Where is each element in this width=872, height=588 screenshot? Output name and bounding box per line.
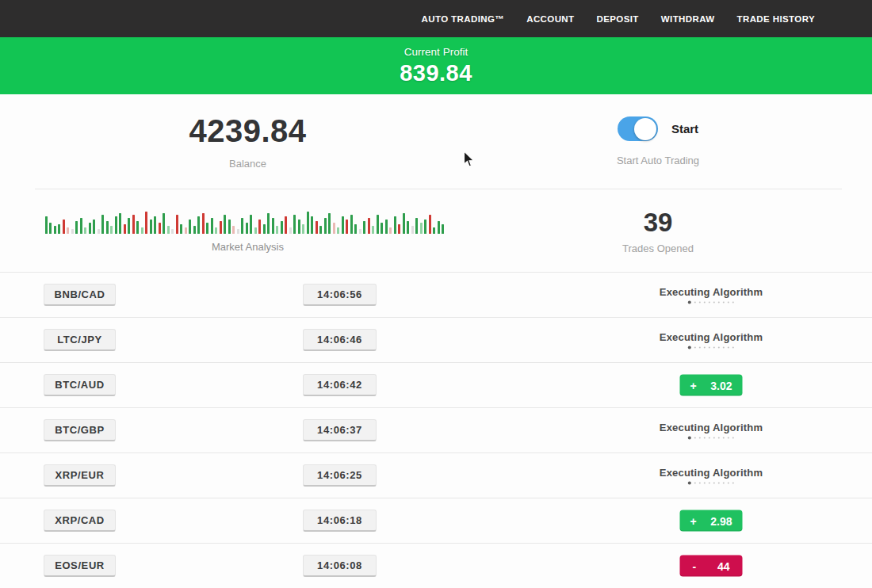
nav-account[interactable]: ACCOUNT <box>526 14 574 24</box>
pair-chip: BTC/AUD <box>44 374 116 396</box>
balance-section: 4239.84 Balance Start Start Auto Trading <box>0 94 872 189</box>
current-profit-banner: Current Profit 839.84 <box>0 37 872 94</box>
executing-algorithm-label: Executing Algorithm <box>660 286 763 298</box>
market-analysis-chart <box>45 208 451 234</box>
trade-row-xrp-eur: XRP/EUR 14:06:25 Executing Algorithm <box>0 453 872 498</box>
time-chip: 14:06:42 <box>303 374 377 396</box>
trade-status: Executing Algorithm <box>660 422 763 440</box>
badge-sign: + <box>690 514 697 527</box>
current-profit-value: 839.84 <box>400 60 472 86</box>
trade-row-btc-gbp: BTC/GBP 14:06:37 Executing Algorithm <box>0 408 872 453</box>
profit-badge: + 2.98 <box>680 510 743 532</box>
nav-auto-trading[interactable]: AUTO TRADING™ <box>422 14 505 24</box>
pair-chip: XRP/CAD <box>44 510 116 532</box>
current-profit-label: Current Profit <box>404 46 468 58</box>
pair-chip: BTC/GBP <box>44 419 116 441</box>
badge-sign: - <box>693 559 697 572</box>
trade-status: + 3.02 <box>680 375 743 396</box>
trade-row-ltc-jpy: LTC/JPY 14:06:46 Executing Algorithm <box>0 318 872 363</box>
trade-row-btc-aud: BTC/AUD 14:06:42 + 3.02 <box>0 363 872 408</box>
nav-deposit[interactable]: DEPOSIT <box>597 14 639 24</box>
progress-dots <box>660 482 763 485</box>
executing-algorithm-label: Executing Algorithm <box>660 422 763 433</box>
market-analysis-section: Market Analysis 39 Trades Opened <box>0 189 872 272</box>
top-nav: AUTO TRADING™ ACCOUNT DEPOSIT WITHDRAW T… <box>0 0 872 37</box>
profit-badge: + 3.02 <box>680 375 743 396</box>
loss-badge: - 44 <box>680 556 743 577</box>
trade-row-xrp-cad: XRP/CAD 14:06:18 + 2.98 <box>0 498 872 544</box>
trade-row-bnb-cad: BNB/CAD 14:06:56 Executing Algorithm <box>0 273 872 318</box>
time-chip: 14:06:08 <box>303 555 377 577</box>
badge-amount: 44 <box>717 559 730 572</box>
progress-dots <box>660 301 763 304</box>
nav-withdraw[interactable]: WITHDRAW <box>661 14 715 24</box>
trades-list: BNB/CAD 14:06:56 Executing Algorithm LTC… <box>0 272 872 588</box>
toggle-start-label: Start <box>671 122 698 136</box>
executing-algorithm-label: Executing Algorithm <box>660 331 763 343</box>
executing-algorithm-label: Executing Algorithm <box>660 467 763 479</box>
pair-chip: BNB/CAD <box>44 284 116 306</box>
market-analysis-label: Market Analysis <box>212 241 284 253</box>
badge-amount: 3.02 <box>710 379 732 391</box>
progress-dots <box>660 346 763 349</box>
trade-status: Executing Algorithm <box>660 286 763 304</box>
time-chip: 14:06:37 <box>303 419 377 441</box>
pair-chip: LTC/JPY <box>44 329 116 351</box>
badge-amount: 2.98 <box>710 514 732 527</box>
time-chip: 14:06:46 <box>303 329 377 351</box>
progress-dots <box>660 437 763 440</box>
time-chip: 14:06:18 <box>303 510 377 532</box>
badge-sign: + <box>690 379 697 391</box>
trade-status: - 44 <box>680 556 743 577</box>
pair-chip: EOS/EUR <box>44 555 116 577</box>
trade-row-eos-eur: EOS/EUR 14:06:08 - 44 <box>0 544 872 588</box>
trade-status: Executing Algorithm <box>660 331 763 349</box>
trades-opened-value: 39 <box>644 208 673 238</box>
trades-opened-label: Trades Opened <box>622 242 694 254</box>
time-chip: 14:06:25 <box>303 464 377 487</box>
toggle-knob <box>634 118 656 140</box>
time-chip: 14:06:56 <box>303 284 377 306</box>
balance-value: 4239.84 <box>189 113 306 149</box>
trade-status: + 2.98 <box>680 510 743 532</box>
trade-status: Executing Algorithm <box>660 467 763 485</box>
auto-trading-toggle[interactable] <box>618 116 658 141</box>
nav-trade-history[interactable]: TRADE HISTORY <box>737 14 816 24</box>
auto-trading-app: AUTO TRADING™ ACCOUNT DEPOSIT WITHDRAW T… <box>0 0 872 588</box>
pair-chip: XRP/EUR <box>44 464 116 487</box>
start-auto-trading-caption: Start Auto Trading <box>617 155 699 166</box>
balance-label: Balance <box>229 158 266 170</box>
